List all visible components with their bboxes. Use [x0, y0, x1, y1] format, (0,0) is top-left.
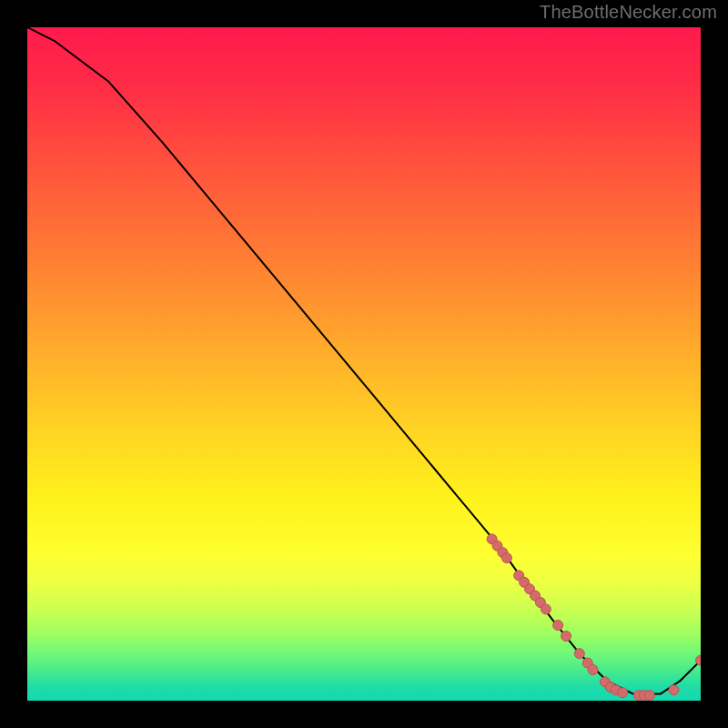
marker-dot [501, 553, 511, 563]
chart-overlay [27, 27, 701, 701]
marker-dot [541, 604, 551, 614]
marker-dot [669, 685, 679, 695]
plot-area [27, 27, 701, 701]
marker-dot [574, 649, 584, 659]
marker-dot [588, 665, 598, 675]
watermark-text: TheBottleNecker.com [540, 2, 717, 23]
marker-dot [561, 632, 571, 642]
marker-dot [618, 688, 628, 698]
marker-dot [644, 691, 654, 701]
curve-line [27, 27, 701, 694]
marker-dot [553, 621, 563, 631]
red-dot-markers [487, 534, 701, 701]
curve-path [27, 27, 701, 694]
chart-frame: TheBottleNecker.com [0, 0, 728, 728]
